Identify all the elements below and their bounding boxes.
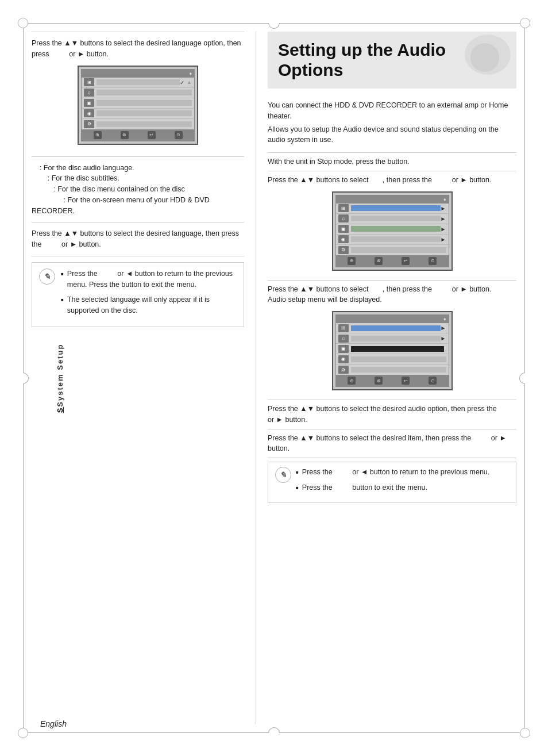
menu-icon-2-4: ◉: [338, 235, 349, 243]
menu-icon-1: ⊞: [84, 78, 94, 86]
menu-screen-inner-2: ♦ ⊞ ► ♫ ► ▣ ►: [335, 195, 449, 267]
right-note-item-1: Press the or ◄ button to return to the p…: [296, 467, 489, 478]
menu-arrow-3-2: ►: [441, 335, 446, 341]
right-step-1-text: With the unit in Stop mode, press the bu…: [268, 156, 516, 167]
menu-btn-2-2: ⊗: [375, 257, 383, 265]
right-intro-text2: Allows you to setup the Audio device and…: [268, 124, 516, 146]
top-arrow-icon-3: ♦: [443, 316, 446, 322]
menu-icon-3-2: ♫: [338, 335, 349, 343]
menu-row-text-3-4: [351, 356, 446, 362]
menu-btn-3-2: ⊗: [375, 377, 383, 385]
scroll-indicator-1: ▲: [187, 79, 192, 85]
menu-screen-1: ♦ ⊞ ✓ ▲ ♫ ▣: [78, 66, 198, 145]
menu-row-text-2: [97, 90, 192, 95]
right-step-5: Press the ▲▼ buttons to select the desir…: [268, 429, 516, 459]
right-step-2: Press the ▲▼ buttons to select , then pr…: [268, 171, 516, 281]
menu-top-bar-3: ♦: [336, 315, 449, 323]
menu-row-text-2-4: [351, 236, 441, 242]
menu-icon-2-5: ⚙: [338, 246, 349, 254]
menu-btn-2-3: ↩: [402, 257, 410, 265]
menu-row-text-1: [97, 79, 180, 85]
menu-row-2-4: ◉ ►: [336, 235, 449, 245]
menu-btn-4: ⊙: [175, 131, 183, 139]
corner-circle-bl: [18, 728, 28, 738]
menu-icon-3: ▣: [84, 99, 94, 107]
right-intro-section: You can connect the HDD & DVD RECORDER t…: [268, 95, 516, 153]
corner-circle-tr: [520, 18, 530, 28]
menu-icon-3-1: ⊞: [338, 324, 349, 332]
note-icon-left: ✎: [39, 268, 55, 285]
right-step-5-text: Press the ▲▼ buttons to select the desir…: [268, 433, 516, 455]
menu-icon-2-2: ♫: [338, 214, 349, 222]
menu-screen-inner-3: ♦ ⊞ ► ♫ ► ▣: [335, 314, 449, 387]
right-note-content: Press the or ◄ button to return to the p…: [296, 467, 489, 498]
title-decoration-2: [470, 43, 499, 72]
menu-check-1: ✓: [180, 79, 187, 86]
menu-row-3-5: ⚙: [336, 364, 449, 375]
edge-circle-top: [268, 23, 280, 29]
right-intro-text1: You can connect the HDD & DVD RECORDER t…: [268, 100, 516, 122]
left-section-1-text: Press the ▲▼ buttons to select the desir…: [32, 38, 244, 60]
left-note-item-2: The selected language will only appear i…: [61, 294, 237, 316]
menu-icon-2-3: ▣: [338, 225, 349, 233]
menu-row-1-4: ◉: [82, 109, 194, 119]
menu-arrow-2-1: ►: [441, 205, 446, 212]
bullet-item-1: : For the disc audio language.: [32, 163, 244, 174]
menu-bottom-bar-2: ⊕ ⊗ ↩ ⊙: [336, 255, 449, 267]
right-note-box: ✎ Press the or ◄ button to return to the…: [268, 462, 516, 503]
top-arrow-icon-2: ♦: [443, 197, 446, 202]
menu-top-bar-2: ♦: [336, 195, 449, 204]
menu-arrow-2-4: ►: [441, 236, 446, 243]
menu-top-bar-1: ♦: [82, 70, 194, 78]
menu-row-2-2: ♫ ►: [336, 214, 449, 224]
right-step-4-text: Press the ▲▼ buttons to select the desir…: [268, 404, 516, 425]
menu-row-3-2: ♫ ►: [336, 333, 449, 344]
menu-icon-3-4: ◉: [338, 355, 349, 363]
bullet-item-3: : For the disc menu contained on the dis…: [32, 184, 244, 195]
menu-row-text-2-5: [351, 247, 446, 253]
left-note-item-1: Press the or ◄ button to return to the p…: [61, 268, 237, 290]
main-layout: Press the ▲▼ buttons to select the desir…: [32, 32, 516, 724]
corner-circle-br: [520, 728, 530, 738]
menu-btn-2-4: ⊙: [429, 257, 437, 265]
left-bullet-section: : For the disc audio language. : For the…: [32, 157, 244, 223]
menu-btn-2-1: ⊕: [348, 257, 356, 265]
menu-arrow-2-2: ►: [441, 216, 446, 222]
top-arrow-icon: ♦: [189, 71, 192, 76]
menu-row-text-3-5: [351, 367, 446, 373]
menu-row-text-4: [97, 110, 192, 116]
edge-circle-left: [23, 373, 29, 384]
menu-row-text-3: [97, 100, 192, 106]
right-step-4: Press the ▲▼ buttons to select the desir…: [268, 400, 516, 429]
left-section-2-text: Press the ▲▼ buttons to select the desir…: [32, 228, 244, 250]
edge-circle-right: [519, 373, 525, 384]
menu-btn-3-4: ⊙: [429, 377, 437, 385]
menu-arrow-2-3: ►: [441, 226, 446, 232]
menu-icon-3-5: ⚙: [338, 366, 349, 374]
left-note-list: Press the or ◄ button to return to the p…: [61, 268, 237, 316]
menu-icon-4: ◉: [84, 109, 94, 117]
menu-icon-5: ⚙: [84, 120, 94, 128]
menu-row-text-2-3: [351, 226, 441, 232]
title-section: Setting up the Audio Options: [268, 32, 516, 89]
note-icon-right: ✎: [275, 467, 291, 483]
menu-row-3-3: ▣: [336, 344, 449, 354]
right-note-item-2: Press the button to exit the menu.: [296, 482, 489, 493]
bullet-item-4: : For the on-screen menu of your HDD & D…: [32, 195, 244, 217]
edge-circle-bottom: [268, 727, 280, 733]
bullet-item-2: : For the disc subtitles.: [32, 173, 244, 184]
menu-row-3-4: ◉: [336, 354, 449, 364]
left-note-box: ✎ Press the or ◄ button to return to the…: [32, 262, 244, 327]
menu-row-2-1: ⊞ ►: [336, 204, 449, 214]
menu-row-1-2: ♫: [82, 88, 194, 98]
menu-screen-3: ♦ ⊞ ► ♫ ► ▣: [332, 311, 453, 390]
menu-screen-inner-1: ♦ ⊞ ✓ ▲ ♫ ▣: [81, 69, 195, 141]
menu-row-1-1: ⊞ ✓ ▲: [82, 78, 194, 88]
left-section-1: Press the ▲▼ buttons to select the desir…: [32, 32, 244, 157]
menu-btn-3: ↩: [148, 131, 156, 139]
menu-btn-3-3: ↩: [402, 377, 410, 385]
menu-row-text-3-1: [351, 325, 441, 331]
menu-row-1-3: ▣: [82, 98, 194, 109]
menu-icon-3-3: ▣: [338, 345, 349, 353]
menu-btn-2: ⊗: [121, 131, 129, 139]
